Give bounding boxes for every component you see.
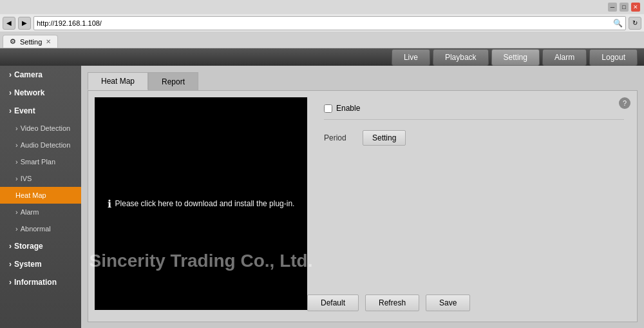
tab-content-heatmap: ? ℹ Please click here to download and in… xyxy=(88,90,638,322)
enable-row: Enable xyxy=(324,104,624,120)
chevron-right-icon-ad: › xyxy=(15,141,18,149)
tab-title: Setting xyxy=(20,38,42,46)
period-setting-button[interactable]: Setting xyxy=(363,130,406,146)
default-button[interactable]: Default xyxy=(307,294,359,311)
live-button[interactable]: Live xyxy=(392,49,430,66)
address-input[interactable] xyxy=(37,19,613,27)
plugin-message[interactable]: ℹ Please click here to download and inst… xyxy=(108,198,295,210)
period-row: Period Setting xyxy=(324,130,624,146)
tab-close-button[interactable]: ✕ xyxy=(46,38,51,45)
sidebar-item-video-detection[interactable]: › Video Detection xyxy=(0,120,81,137)
tabs-header: Heat Map Report xyxy=(88,72,638,90)
sidebar-label-alarm: Alarm xyxy=(21,208,39,216)
sidebar-item-network[interactable]: › Network xyxy=(0,84,81,102)
tab-favicon: ⚙ xyxy=(10,37,16,46)
logout-button[interactable]: Logout xyxy=(589,49,638,66)
app-container: Live Playback Setting Alarm Logout › Cam… xyxy=(0,48,644,328)
sidebar-item-system[interactable]: › System xyxy=(0,255,81,273)
sidebar-item-audio-detection[interactable]: › Audio Detection xyxy=(0,137,81,153)
sidebar-item-heatmap[interactable]: Heat Map xyxy=(0,187,81,204)
chevron-right-icon-sp: › xyxy=(15,158,18,166)
enable-label: Enable xyxy=(336,104,360,113)
sidebar: › Camera › Network › Event › Video Detec… xyxy=(0,66,81,328)
tab-bar: ⚙ Setting ✕ xyxy=(0,32,644,48)
search-icon: 🔍 xyxy=(613,19,623,28)
chevron-right-icon-ivs: › xyxy=(15,175,18,182)
sidebar-label-vd: Video Detection xyxy=(21,124,70,132)
help-icon[interactable]: ? xyxy=(619,97,630,109)
settings-panel: Enable Period Setting Default Refresh Sa… xyxy=(317,97,630,315)
sidebar-label-heatmap: Heat Map xyxy=(15,191,46,199)
sidebar-item-information[interactable]: › Information xyxy=(0,273,81,291)
back-button[interactable]: ◀ xyxy=(3,17,15,30)
address-bar-wrap: 🔍 xyxy=(33,16,626,30)
chevron-right-icon-abn: › xyxy=(15,225,18,233)
sidebar-item-storage[interactable]: › Storage xyxy=(0,237,81,255)
sidebar-item-ivs[interactable]: › IVS xyxy=(0,170,81,187)
chevron-right-icon-alarm: › xyxy=(15,208,18,216)
sidebar-label-system: System xyxy=(14,260,42,269)
tab-heatmap[interactable]: Heat Map xyxy=(88,72,148,90)
close-button[interactable]: ✕ xyxy=(631,3,640,12)
content-area: › Camera › Network › Event › Video Detec… xyxy=(0,66,644,328)
chevron-right-icon-network: › xyxy=(9,88,12,97)
setting-button[interactable]: Setting xyxy=(491,49,540,66)
period-label: Period xyxy=(324,133,356,142)
plugin-text: Please click here to download and instal… xyxy=(115,199,295,208)
chevron-right-icon: › xyxy=(9,70,12,79)
sidebar-label-network: Network xyxy=(14,88,44,97)
sidebar-label-storage: Storage xyxy=(14,242,43,251)
forward-button[interactable]: ▶ xyxy=(18,17,31,30)
bottom-buttons: Default Refresh Save xyxy=(307,288,470,311)
sidebar-label-ad: Audio Detection xyxy=(21,141,71,149)
nav-bar: ◀ ▶ 🔍 ↻ xyxy=(0,14,644,32)
sidebar-label-ivs: IVS xyxy=(21,175,32,182)
sidebar-item-abnormal[interactable]: › Abnormal xyxy=(0,220,81,237)
chevron-down-icon-event: › xyxy=(9,106,12,115)
alarm-button[interactable]: Alarm xyxy=(542,49,587,66)
sidebar-item-smart-plan[interactable]: › Smart Plan xyxy=(0,153,81,170)
top-nav: Live Playback Setting Alarm Logout xyxy=(0,48,644,66)
playback-button[interactable]: Playback xyxy=(433,49,489,66)
refresh-button-settings[interactable]: Refresh xyxy=(365,294,419,311)
sidebar-item-camera[interactable]: › Camera xyxy=(0,66,81,84)
chevron-right-icon-info: › xyxy=(9,278,12,287)
sidebar-item-event[interactable]: › Event xyxy=(0,102,81,120)
enable-checkbox[interactable] xyxy=(324,104,332,113)
browser-tab[interactable]: ⚙ Setting ✕ xyxy=(3,35,58,48)
sidebar-label-event: Event xyxy=(14,106,35,115)
save-button[interactable]: Save xyxy=(426,294,470,311)
sidebar-label-camera: Camera xyxy=(14,70,43,79)
refresh-button[interactable]: ↻ xyxy=(629,17,641,30)
minimize-button[interactable]: ─ xyxy=(608,3,617,12)
maximize-button[interactable]: □ xyxy=(620,3,629,12)
tab-report[interactable]: Report xyxy=(148,72,198,90)
title-bar: ─ □ ✕ xyxy=(0,0,644,14)
video-area[interactable]: ℹ Please click here to download and inst… xyxy=(95,97,307,310)
sidebar-label-sp: Smart Plan xyxy=(21,158,55,166)
watermark: Sincerity Trading Co., Ltd. xyxy=(90,251,313,271)
plugin-icon: ℹ xyxy=(108,198,111,210)
main-content: Heat Map Report ? ℹ Please click here to… xyxy=(81,66,644,328)
sidebar-item-alarm[interactable]: › Alarm xyxy=(0,204,81,220)
sidebar-label-information: Information xyxy=(14,278,57,287)
sidebar-label-abn: Abnormal xyxy=(21,225,51,233)
chevron-right-icon-vd: › xyxy=(15,124,18,132)
chevron-right-icon-sys: › xyxy=(9,260,12,269)
chevron-right-icon-sto: › xyxy=(9,242,12,251)
